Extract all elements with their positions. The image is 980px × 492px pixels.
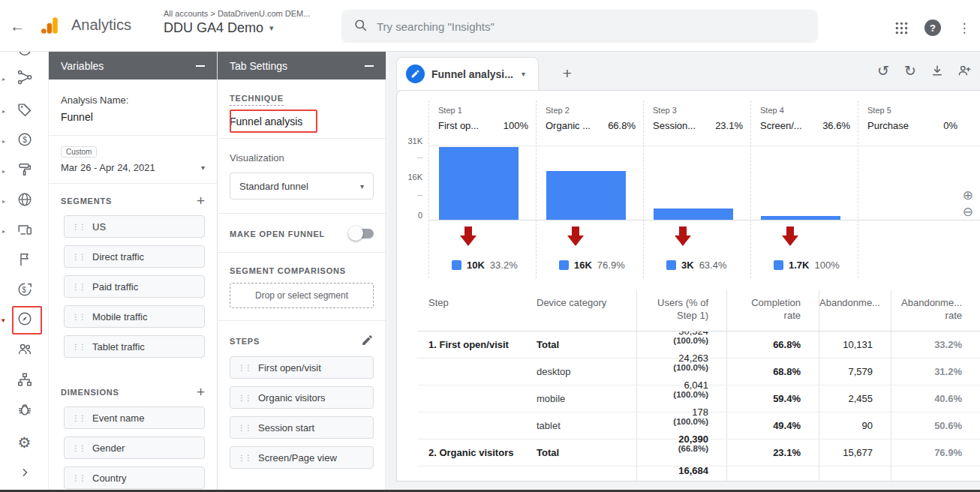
y-axis-tick-label: 0 <box>397 211 422 220</box>
nav-monetization[interactable]: ▸ $ <box>0 128 49 154</box>
date-range-control[interactable]: Custom Mar 26 - Apr 24, 2021 ▾ <box>61 144 205 173</box>
step-number: Step 2 <box>546 106 636 115</box>
funnel-bar[interactable] <box>654 208 733 220</box>
download-icon[interactable] <box>926 59 948 82</box>
nav-acquisition[interactable]: ▸ <box>0 188 49 214</box>
abandonment-arrow-icon <box>459 226 477 250</box>
segment-chip[interactable]: ⋮⋮Mobile traffic <box>64 305 205 328</box>
add-tab-button[interactable]: + <box>554 61 581 86</box>
nav-explore[interactable]: ▾ <box>0 307 49 334</box>
segment-chip[interactable]: ⋮⋮Direct traffic <box>64 245 205 268</box>
funnel-bar[interactable] <box>761 216 840 220</box>
undo-icon[interactable]: ↺ <box>872 59 894 82</box>
flag-icon <box>17 251 33 271</box>
legend-swatch <box>559 260 569 270</box>
apps-grid-icon[interactable] <box>891 18 911 38</box>
app-name: Analytics <box>71 16 131 34</box>
explore-icon <box>17 310 33 330</box>
back-button[interactable]: ← <box>5 16 30 37</box>
svg-text:$: $ <box>23 136 27 144</box>
audience-icon <box>17 340 33 360</box>
drag-handle-icon: ⋮⋮ <box>72 343 86 351</box>
col-header-step: Step <box>428 296 534 309</box>
step-chip[interactable]: ⋮⋮First open/visit <box>230 356 374 379</box>
zoom-controls: ⊕ ⊖ <box>963 189 973 218</box>
funnel-chart: 31K 16K 0 Step 1 First op...100% 10K33.2… <box>397 100 980 290</box>
table-row[interactable]: 2. Organic visitors Total 20,390(66.8%) … <box>417 440 980 466</box>
tab-strip: Funnel analysi... ▾ + ↺ ↻ <box>387 52 980 90</box>
zoom-in-icon[interactable]: ⊕ <box>963 189 973 202</box>
chevron-right-icon <box>17 465 32 483</box>
drag-handle-icon: ⋮⋮ <box>238 364 251 372</box>
table-row[interactable]: 16,684 <box>417 466 980 482</box>
analytics-logo-icon <box>39 16 62 38</box>
dimensions-label: DIMENSIONS <box>61 388 119 397</box>
y-axis-minor-tick <box>417 158 422 158</box>
step-chip[interactable]: ⋮⋮Organic visitors <box>230 386 374 409</box>
nav-history[interactable] <box>0 52 49 64</box>
step-chip[interactable]: ⋮⋮Session start <box>230 416 374 439</box>
rail-expand-button[interactable] <box>0 460 49 488</box>
clock-icon <box>17 52 33 61</box>
toggle-knob <box>348 226 363 241</box>
redo-icon[interactable]: ↻ <box>899 59 921 82</box>
drag-handle-icon: ⋮⋮ <box>72 283 86 291</box>
nav-journeys[interactable]: ▸ <box>0 65 49 92</box>
visualization-select[interactable]: Standard funnel ▾ <box>230 172 374 200</box>
minimize-icon[interactable] <box>365 65 374 67</box>
funnel-bar[interactable] <box>439 147 519 220</box>
edit-tab-icon <box>406 64 425 83</box>
col-header-users: Users (% of <box>637 296 708 309</box>
date-range-value: Mar 26 - Apr 24, 2021 <box>61 162 155 173</box>
drag-handle-icon: ⋮⋮ <box>72 444 86 452</box>
segment-chip[interactable]: ⋮⋮Paid traffic <box>64 275 205 298</box>
segment-chip[interactable]: ⋮⋮US <box>64 215 205 238</box>
top-app-bar: ← Analytics All accounts > DataDrivenU.c… <box>0 0 980 52</box>
technique-value[interactable]: Funnel analysis <box>230 116 374 128</box>
step-chip[interactable]: ⋮⋮Screen/Page view <box>230 446 374 469</box>
abandonment-arrow-icon <box>567 226 585 250</box>
nav-customize[interactable]: ▸ <box>0 158 49 184</box>
segments-label: SEGMENTS <box>61 196 112 206</box>
nav-attribution[interactable]: $ <box>0 278 49 304</box>
segment-chip[interactable]: ⋮⋮Tablet traffic <box>64 335 205 358</box>
chevron-down-icon: ▾ <box>522 70 525 78</box>
expand-caret-icon: ▸ <box>2 228 5 235</box>
dimension-chip[interactable]: ⋮⋮Event name <box>64 406 205 429</box>
tab-funnel-analysis[interactable]: Funnel analysi... ▾ <box>396 57 539 90</box>
abandonment-legend: 16K76.9% <box>559 260 625 271</box>
tag-icon <box>17 101 33 121</box>
open-funnel-toggle[interactable] <box>350 229 374 238</box>
share-users-icon[interactable] <box>953 59 975 82</box>
add-segment-button[interactable]: + <box>197 194 205 208</box>
analysis-name-value[interactable]: Funnel <box>61 111 205 123</box>
nav-tags[interactable]: ▸ <box>0 98 49 124</box>
property-picker[interactable]: DDU GA4 Demo ▾ <box>164 20 274 36</box>
help-icon[interactable]: ? <box>923 18 942 38</box>
abandonment-legend: 10K33.2% <box>452 260 518 271</box>
more-vert-icon[interactable]: ⋮ <box>954 18 974 38</box>
globe-icon <box>17 191 33 211</box>
add-dimension-button[interactable]: + <box>197 385 205 399</box>
nav-audiences[interactable] <box>0 337 49 364</box>
nav-reporting[interactable] <box>0 248 49 274</box>
dimension-chip[interactable]: ⋮⋮Country <box>64 466 205 489</box>
zoom-out-icon[interactable]: ⊖ <box>963 206 973 218</box>
nav-tech[interactable]: ▸ <box>0 218 49 244</box>
breadcrumb[interactable]: All accounts > DataDrivenU.com DEM... <box>164 9 310 18</box>
col-header-device: Device category <box>537 296 636 309</box>
nav-structure[interactable] <box>0 368 49 394</box>
minimize-icon[interactable] <box>196 65 205 67</box>
search-input[interactable] <box>377 20 806 33</box>
funnel-bar[interactable] <box>546 171 626 220</box>
paint-roller-icon <box>17 161 33 181</box>
segment-drop-zone[interactable]: Drop or select segment <box>230 283 374 308</box>
funnel-visualization-card: 31K 16K 0 Step 1 First op...100% 10K33.2… <box>396 90 980 482</box>
search-bar[interactable] <box>341 10 818 43</box>
nav-admin[interactable]: ⚙ <box>0 429 49 456</box>
nav-debug[interactable] <box>0 398 49 424</box>
edit-steps-button[interactable] <box>361 334 374 349</box>
sitemap-icon <box>17 371 33 391</box>
tab-settings-panel: Tab Settings TECHNIQUE Funnel analysis V… <box>218 52 386 492</box>
dimension-chip[interactable]: ⋮⋮Gender <box>64 436 205 459</box>
